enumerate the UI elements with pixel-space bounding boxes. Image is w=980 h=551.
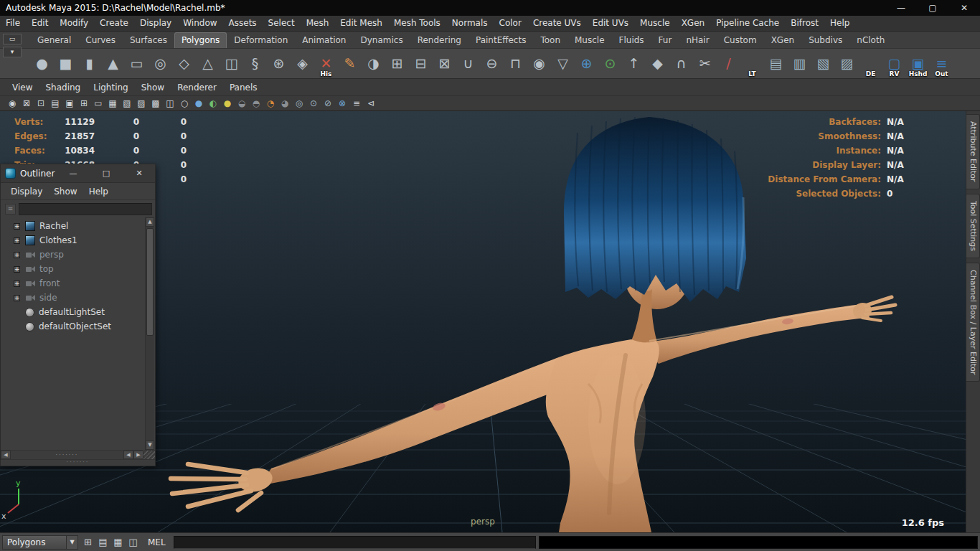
outliner-icon[interactable]: ≡ Out — [930, 50, 953, 77]
outliner-item[interactable]: + persp — [1, 248, 145, 262]
safe-title-icon[interactable]: ◫ — [164, 98, 176, 110]
expand-icon[interactable]: + — [14, 295, 20, 301]
outliner-item[interactable]: defaultLightSet — [1, 305, 145, 319]
shelf-tab[interactable]: Deformation — [227, 32, 295, 48]
outliner-window[interactable]: Outliner — □ ✕ Display Show Help ≡ — [0, 164, 156, 466]
menu-item[interactable]: Modify — [54, 16, 94, 31]
menu-item[interactable]: Select — [263, 16, 301, 31]
outliner-menu-item[interactable]: Display — [5, 184, 48, 199]
outliner-item[interactable]: defaultObjectSet — [1, 319, 145, 334]
sidebar-tab[interactable]: Attribute Editor — [966, 114, 980, 189]
outliner-item[interactable]: + Rachel — [1, 219, 145, 233]
multi-cut-icon[interactable]: ✂ — [693, 50, 717, 77]
screen-ao-icon[interactable]: ◓ — [250, 98, 263, 110]
shelf-tab-menu-button[interactable]: ▭ — [3, 34, 22, 44]
hud-toggle-icon[interactable]: ≡ — [350, 98, 363, 110]
shelf-tab[interactable]: Fluids — [612, 32, 651, 48]
uv-sew-icon[interactable]: ▨ — [835, 50, 859, 77]
scroll-down-icon[interactable]: ▼ — [146, 441, 154, 450]
expand-icon[interactable]: + — [14, 281, 20, 287]
menu-item[interactable]: Normals — [446, 16, 494, 31]
bridge-icon[interactable]: ∩ — [669, 50, 693, 77]
outliner-minimize-button[interactable]: — — [66, 166, 80, 181]
outliner-search-input[interactable] — [19, 203, 152, 215]
field-chart-icon[interactable]: ▨ — [135, 98, 148, 110]
paint-effects-icon[interactable]: / — [717, 50, 740, 77]
menu-item[interactable]: Assets — [223, 16, 263, 31]
boolean-intersection-icon[interactable]: ⊓ — [504, 50, 527, 77]
film-gate-icon[interactable]: ▭ — [92, 98, 105, 110]
outliner-item[interactable]: + top — [1, 262, 145, 276]
menu-item[interactable]: XGen — [676, 16, 711, 31]
outliner-item[interactable]: + Clothes1 — [1, 233, 145, 248]
shelf-tab[interactable]: Fur — [651, 32, 679, 48]
sculpt-tool-icon[interactable]: ✎ — [338, 50, 362, 77]
uv-automatic-icon[interactable]: ▥ — [788, 50, 811, 77]
outliner-item[interactable]: + front — [1, 276, 145, 291]
uv-cut-icon[interactable]: ▧ — [811, 50, 835, 77]
mel-toggle-button[interactable]: MEL — [143, 537, 171, 547]
shelf-tab[interactable]: Rendering — [410, 32, 468, 48]
poly-cube-icon[interactable]: ■ — [54, 50, 77, 77]
expand-icon[interactable]: + — [14, 223, 20, 230]
scroll-up-icon[interactable]: ▲ — [146, 217, 154, 227]
outliner-vertical-scrollbar[interactable]: ▲ ▼ — [145, 217, 154, 450]
plugin-shading-icon[interactable]: ⊘ — [321, 98, 334, 110]
command-feedback-area[interactable] — [539, 536, 978, 549]
boolean-difference-icon[interactable]: ⊖ — [480, 50, 504, 77]
mirror-icon[interactable]: ◑ — [362, 50, 385, 77]
grid-snap-icon[interactable]: ⊞ — [81, 535, 95, 549]
command-line-input[interactable] — [174, 536, 536, 549]
isolate-select-icon[interactable]: ⊙ — [307, 98, 320, 110]
camera-select-icon[interactable]: ◉ — [6, 98, 19, 110]
shelf-tab[interactable]: General — [30, 32, 78, 48]
camera-lock-icon[interactable]: ⊠ — [20, 98, 33, 110]
safe-action-icon[interactable]: ▩ — [149, 98, 162, 110]
motion-blur-icon[interactable]: ◔ — [264, 98, 277, 110]
shaded-sphere-icon[interactable]: ⊙ — [598, 50, 622, 77]
expand-icon[interactable]: + — [14, 252, 20, 258]
panel-menu-item[interactable]: Renderer — [171, 80, 223, 95]
menu-item[interactable]: Edit — [26, 16, 54, 31]
expand-icon[interactable]: + — [14, 266, 20, 273]
bookmarks-icon[interactable]: ▤ — [49, 98, 62, 110]
xgen-description-icon[interactable]: DE — [859, 50, 882, 77]
shelf-tab[interactable]: Surfaces — [123, 32, 174, 48]
poly-cylinder-icon[interactable]: ▮ — [77, 50, 101, 77]
menu-item[interactable]: Display — [134, 16, 177, 31]
hypershade-icon[interactable]: ▣ Hshd — [906, 50, 930, 77]
menu-item[interactable]: Muscle — [634, 16, 676, 31]
shaded-mode-icon[interactable]: ● — [192, 98, 205, 110]
poly-prism-icon[interactable]: ◇ — [172, 50, 196, 77]
close-button[interactable]: ✕ — [948, 0, 980, 16]
menu-item[interactable]: Pipeline Cache — [710, 16, 785, 31]
poly-torus-icon[interactable]: ◎ — [149, 50, 172, 77]
poly-soccerball-icon[interactable]: ⊛ — [267, 50, 291, 77]
wireframe-sphere-icon[interactable]: ⊕ — [575, 50, 598, 77]
lt-icon[interactable]: LT — [740, 50, 764, 77]
separate-icon[interactable]: ⊟ — [409, 50, 433, 77]
menu-item[interactable]: Window — [177, 16, 222, 31]
scrollbar-thumb[interactable] — [146, 228, 154, 336]
quick-layout-list-icon[interactable]: ▤ — [96, 535, 110, 549]
shelf-tab[interactable]: Subdivs — [801, 32, 849, 48]
shadows-icon[interactable]: ◒ — [235, 98, 248, 110]
extrude-icon[interactable]: ↑ — [622, 50, 646, 77]
view-grid-icon[interactable]: ⊞ — [77, 98, 90, 110]
panel-menu-item[interactable]: View — [6, 80, 39, 95]
menu-item[interactable]: Mesh — [301, 16, 335, 31]
combine-icon[interactable]: ⊞ — [385, 50, 409, 77]
menu-item[interactable]: Edit Mesh — [334, 16, 388, 31]
menu-item[interactable]: Edit UVs — [587, 16, 634, 31]
resize-grip-icon[interactable] — [143, 451, 155, 459]
boolean-union-icon[interactable]: ∪ — [456, 50, 480, 77]
render-view-icon[interactable]: ▢ RV — [882, 50, 906, 77]
bevel-icon[interactable]: ◆ — [646, 50, 669, 77]
image-plane-icon[interactable]: ▣ — [63, 98, 76, 110]
menu-item[interactable]: File — [0, 16, 26, 31]
poly-sphere-icon[interactable]: ● — [30, 50, 54, 77]
shelf-menu-button[interactable]: ▾ — [3, 47, 22, 57]
scroll-right-icon[interactable]: ▶ — [133, 451, 143, 459]
menu-set-dropdown[interactable]: Polygons ▼ — [2, 535, 78, 550]
outliner-item[interactable]: + side — [1, 291, 145, 305]
